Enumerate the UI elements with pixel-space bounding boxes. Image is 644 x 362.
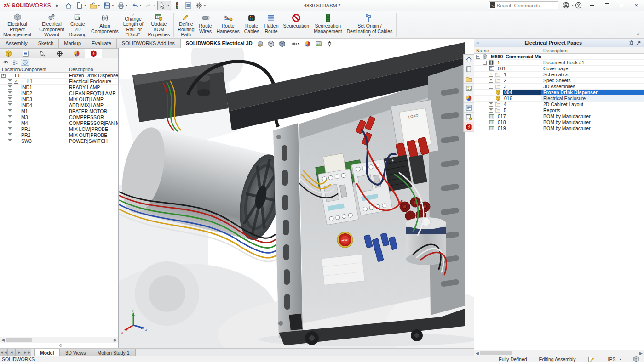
redo-icon[interactable]: ▾ <box>144 1 156 10</box>
tab-model[interactable]: Model <box>34 349 60 356</box>
column-header-description[interactable]: Description <box>541 47 644 53</box>
units-dropdown-icon[interactable]: ▴ <box>619 357 621 361</box>
previous-sheet-button[interactable]: ◄ <box>8 349 16 356</box>
column-header-location-component[interactable]: Location/Component <box>0 66 67 72</box>
ribbon-button-segregation-management[interactable]: SegregationManagement <box>311 12 344 38</box>
task-pane-solidworks-electrical-icon[interactable] <box>464 122 474 132</box>
expander-icon[interactable]: + <box>8 127 12 131</box>
scrollbar-thumb[interactable] <box>480 351 512 355</box>
save-icon[interactable]: ▾ <box>102 1 115 10</box>
tab-markup[interactable]: Markup <box>59 39 86 48</box>
expander-icon[interactable]: + <box>8 121 12 125</box>
panel-pin-icon[interactable] <box>635 39 642 46</box>
visibility-checkbox[interactable]: ✓ <box>14 79 18 84</box>
sheet-format-icon[interactable] <box>633 356 644 362</box>
expander-icon[interactable]: + <box>489 102 493 107</box>
expander-icon[interactable]: - <box>489 85 493 89</box>
select-cursor-icon[interactable]: ▾ <box>157 1 171 10</box>
ribbon-button-change-length-of-rail-or-duct[interactable]: ChangeLength of"Rail" or"Duct" <box>121 12 146 38</box>
tab-sketch[interactable]: Sketch <box>33 39 59 48</box>
expander-icon[interactable]: + <box>8 133 12 137</box>
task-pane-home-icon[interactable] <box>464 55 474 64</box>
task-pane-file-explorer-icon[interactable] <box>464 74 474 84</box>
component-row-ind2-clean-req-d-lamp[interactable]: +IND2CLEAN REQ'D|LAMP <box>0 90 118 96</box>
stoplight-icon[interactable] <box>172 1 182 10</box>
component-row-l1-frozen-drink-dispenser[interactable]: +L1Frozen Drink Dispenser <box>0 73 118 79</box>
file-properties-icon[interactable] <box>183 1 193 10</box>
manager-tab-config[interactable] <box>51 49 68 58</box>
expander-icon[interactable]: + <box>489 108 493 113</box>
component-row-pr1-mix-low-probe[interactable]: +PR1MIX LOW|PROBE <box>0 126 118 132</box>
component-row-m3-compressor[interactable]: +M3COMPRESSOR <box>0 114 118 120</box>
expander-icon[interactable]: - <box>476 55 480 59</box>
ribbon-button-update-bom-properties[interactable]: UpdateBOMProperties <box>145 12 172 38</box>
print-icon[interactable]: ▾ <box>116 1 129 10</box>
task-pane-view-palette-icon[interactable] <box>464 84 474 93</box>
component-row-l1-electrical-enclosure[interactable]: +✓L1Electrical Enclosure <box>0 79 118 85</box>
panel-splitter-handle[interactable] <box>59 344 62 347</box>
next-sheet-button[interactable]: ► <box>16 349 23 356</box>
first-sheet-button[interactable]: ◄◄ <box>0 349 8 356</box>
undo-icon[interactable]: ▾ <box>130 1 143 10</box>
info-icon[interactable] <box>21 59 29 66</box>
display-style-icon[interactable] <box>278 40 287 48</box>
task-pane-design-library-icon[interactable] <box>464 64 474 74</box>
ribbon-button-create-2d-drawing[interactable]: Create2DDrawing <box>67 12 89 38</box>
manager-tab-prop[interactable] <box>34 49 51 58</box>
home-icon[interactable] <box>63 1 74 10</box>
page-row-004-frozen-drink-dispenser[interactable]: 004Frozen Drink Dispenser <box>474 90 644 96</box>
component-row-pr2-mix-out-probe[interactable]: +PR2MIX OUT|PROBE <box>0 132 118 138</box>
ribbon-button-segregation[interactable]: Segregation <box>281 12 312 38</box>
expander-icon[interactable]: + <box>8 103 12 107</box>
ribbon-button-set-origin-destination-of-cables[interactable]: Set Origin /Destination of Cables▾ <box>344 12 395 38</box>
component-row-ind4-add-mix-lamp[interactable]: +IND4ADD MIX|LAMP <box>0 102 118 108</box>
close-button[interactable]: × <box>630 1 642 10</box>
expander-icon[interactable]: + <box>8 91 12 96</box>
expander-icon[interactable]: + <box>1 74 6 78</box>
ribbon-button-route-wires[interactable]: RouteWires <box>197 12 214 38</box>
ribbon-button-define-routing-path[interactable]: DefineRoutingPath <box>175 12 196 38</box>
tab-3d-views[interactable]: 3D Views <box>60 349 92 356</box>
manager-tab-list[interactable] <box>17 49 34 58</box>
scroll-right-icon[interactable]: ▶ <box>638 351 644 356</box>
component-row-ind3-mix-out-lamp[interactable]: +IND3MIX OUT|LAMP <box>0 96 118 102</box>
page-row-001-cover-page[interactable]: 001Cover page <box>474 66 644 72</box>
tab-solidworks-electrical-3d[interactable]: SOLIDWORKS Electrical 3D <box>180 39 258 48</box>
page-row-2-spec-sheets[interactable]: +2Spec Sheets <box>474 78 644 84</box>
open-icon[interactable]: ▾ <box>88 1 101 10</box>
minimize-button[interactable] <box>586 1 598 10</box>
ribbon-button-electrical-project-management[interactable]: ElectricalProjectManagement <box>1 12 34 38</box>
expander-icon[interactable]: - <box>483 61 487 65</box>
page-row-018-bom-by-manufacturer[interactable]: 018BOM by Manufacturer <box>474 119 644 125</box>
search-commands-box[interactable]: >_ ▾ <box>489 1 558 9</box>
expander-icon[interactable]: + <box>8 85 12 90</box>
display-states-icon[interactable] <box>11 59 19 66</box>
component-row-m4-compressor-fan-motor[interactable]: +M4COMPRESSOR|FAN MOTOR <box>0 120 118 126</box>
manager-tab-elec[interactable] <box>85 49 102 58</box>
options-gear-icon[interactable]: ▾ <box>194 1 207 10</box>
expander-icon[interactable]: + <box>8 109 12 113</box>
tab-solidworks-add-ins[interactable]: SOLIDWORKS Add-Ins <box>117 39 180 48</box>
ribbon-button-flatten-route[interactable]: FlattenRoute <box>261 12 281 38</box>
restore-button[interactable] <box>615 1 627 10</box>
scroll-right-icon[interactable]: ▶ <box>112 338 118 342</box>
tab-assembly[interactable]: Assembly <box>0 39 33 48</box>
expander-icon[interactable]: + <box>8 115 12 119</box>
help-icon[interactable] <box>574 1 583 10</box>
page-row-3-3d-assemblies[interactable]: -33D Assemblies <box>474 84 644 90</box>
hide-show-items-icon[interactable]: ▾ <box>289 40 301 48</box>
column-header-name[interactable]: Name <box>474 47 541 53</box>
menu-expand-arrow-icon[interactable]: ▶ <box>56 3 59 8</box>
page-row-m660-commercial-mixer[interactable]: -M660_Commercial Mixer <box>474 54 644 60</box>
new-document-icon[interactable]: ▾ <box>75 1 87 10</box>
task-pane-custom-properties-icon[interactable] <box>464 103 474 113</box>
view-settings-icon[interactable] <box>325 40 334 48</box>
expander-icon[interactable]: + <box>489 73 493 77</box>
page-row-1-document-book-1[interactable]: -1Document Book #1 <box>474 60 644 66</box>
eye-icon[interactable] <box>1 59 10 66</box>
left-panel-hscrollbar[interactable]: ◀ ▶ <box>0 337 118 343</box>
manager-tab-assy[interactable] <box>0 49 17 58</box>
task-pane-electrical-manager-icon[interactable] <box>464 113 474 122</box>
ribbon-button-route-cables[interactable]: RouteCables <box>242 12 262 38</box>
expand-button[interactable] <box>601 1 613 10</box>
